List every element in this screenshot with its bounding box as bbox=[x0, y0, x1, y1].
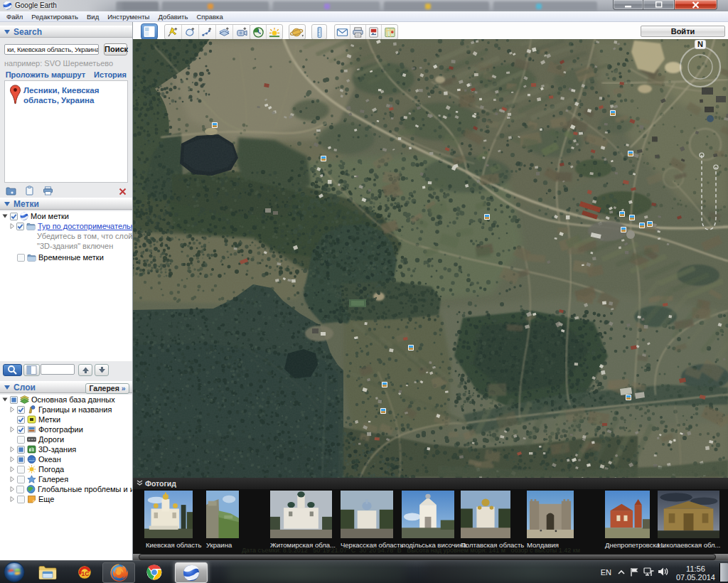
svg-text:N: N bbox=[697, 40, 703, 48]
svg-text:1С: 1С bbox=[82, 570, 90, 577]
